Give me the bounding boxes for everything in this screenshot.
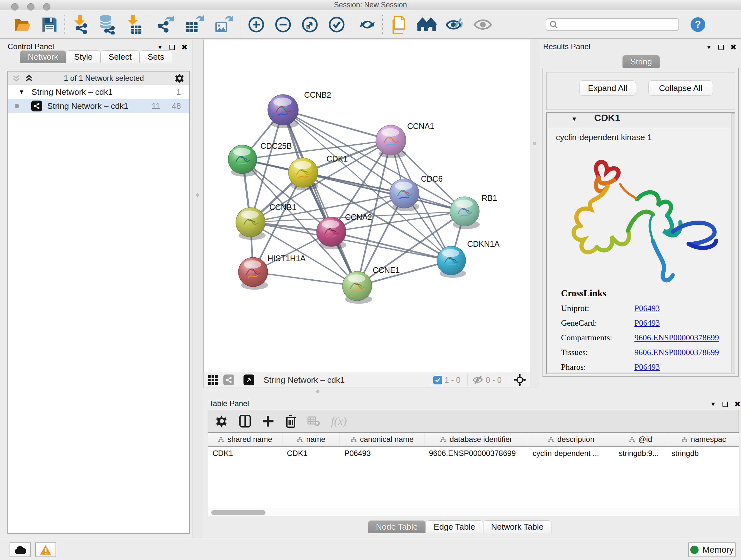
delete-table-icon-disabled xyxy=(307,416,320,427)
tab-style[interactable]: Style xyxy=(66,51,100,63)
network-edge-count: 48 xyxy=(172,101,181,111)
crosslink-uniprot-link[interactable]: P06493 xyxy=(634,304,660,313)
network-canvas[interactable]: CCNB2CCNA1CDC25BCDK1CDC6RB1CCNB1CCNA2CDK… xyxy=(203,40,530,372)
table-panel: Table Panel ▼ ✖ f(x) shared namenamecano… xyxy=(206,396,741,538)
tab-select[interactable]: Select xyxy=(100,51,139,63)
column-header[interactable]: description xyxy=(528,433,614,446)
network-view-toolbar: String Network – cdk1 1 - 0 0 - 0 xyxy=(203,372,530,388)
export-table-icon[interactable] xyxy=(183,13,207,36)
control-panel-close-icon[interactable]: ✖ xyxy=(181,43,188,52)
import-network-file-icon[interactable] xyxy=(70,13,91,36)
warning-status-button[interactable] xyxy=(35,543,56,557)
main-toolbar: ? xyxy=(0,10,741,39)
node-label-cdc6: CDC6 xyxy=(421,174,443,183)
results-panel-float-icon[interactable] xyxy=(718,45,724,50)
results-scrollbar[interactable] xyxy=(731,113,735,373)
column-header[interactable]: canonical name xyxy=(340,433,424,446)
collection-expand-caret-icon[interactable]: ▼ xyxy=(18,88,24,96)
tab-sets[interactable]: Sets xyxy=(139,51,172,63)
import-table-file-icon[interactable] xyxy=(123,13,144,36)
table-panel-close-icon[interactable]: ✖ xyxy=(734,400,741,409)
column-header[interactable]: shared name xyxy=(208,433,282,446)
crosslink-pharos-link[interactable]: P06493 xyxy=(634,362,660,372)
crosslink-genecard-link[interactable]: P06493 xyxy=(634,318,660,328)
help-button[interactable]: ? xyxy=(690,17,705,32)
tab-string[interactable]: String xyxy=(622,55,660,68)
open-session-icon[interactable] xyxy=(12,13,33,36)
protein-structure-image xyxy=(551,145,730,286)
cloud-icon xyxy=(14,546,26,554)
control-panel-menu-icon[interactable]: ▼ xyxy=(157,44,163,51)
network-row[interactable]: String Network – cdk1 11 48 xyxy=(8,99,189,113)
table-row[interactable]: CDK1CDK1P064939606.ENSP00000378699cyclin… xyxy=(208,447,739,460)
right-splitter[interactable] xyxy=(531,40,539,388)
column-header[interactable]: name xyxy=(282,433,340,446)
home-icon[interactable] xyxy=(415,13,438,36)
table-cell: CDK1 xyxy=(208,447,282,460)
delete-column-icon[interactable] xyxy=(285,415,296,428)
left-splitter-grip[interactable] xyxy=(196,193,199,197)
birds-eye-view-icon[interactable] xyxy=(514,374,526,386)
tab-network[interactable]: Network xyxy=(20,51,66,63)
zoom-fit-icon[interactable] xyxy=(299,13,320,36)
zoom-selected-icon[interactable] xyxy=(326,13,347,36)
node-details-caret-icon[interactable]: ▼ xyxy=(571,116,577,123)
network-view-share-icon[interactable] xyxy=(223,374,234,385)
network-graph[interactable]: CCNB2CCNA1CDC25BCDK1CDC6RB1CCNB1CCNA2CDK… xyxy=(204,40,530,371)
collapse-all-icon[interactable] xyxy=(12,74,20,82)
status-bar: Memory xyxy=(0,538,741,560)
search-field[interactable] xyxy=(546,18,679,31)
column-header[interactable]: @id xyxy=(614,433,667,446)
expand-all-icon[interactable] xyxy=(25,74,33,82)
left-splitter[interactable] xyxy=(192,40,203,538)
collapse-all-button[interactable]: Collapse All xyxy=(649,80,713,96)
zoom-out-icon[interactable] xyxy=(273,13,293,36)
import-network-database-icon[interactable] xyxy=(96,13,118,36)
control-panel-float-icon[interactable] xyxy=(170,45,175,50)
network-edge xyxy=(253,272,357,286)
graphics-details-eye-icon[interactable] xyxy=(444,13,466,36)
network-edge xyxy=(283,110,391,140)
export-image-icon[interactable] xyxy=(212,13,236,36)
crosslink-tissues-link[interactable]: 9606.ENSP00000378699 xyxy=(634,348,719,357)
selected-items-checkbox-icon[interactable] xyxy=(433,376,442,384)
show-hide-eye-icon[interactable] xyxy=(472,13,494,36)
table-panel-float-icon[interactable] xyxy=(723,401,728,407)
scrollbar-thumb[interactable] xyxy=(211,510,266,515)
refresh-icon[interactable] xyxy=(357,13,378,36)
documents-icon[interactable] xyxy=(387,13,410,36)
tab-node-table[interactable]: Node Table xyxy=(368,520,426,533)
zoom-in-icon[interactable] xyxy=(246,13,267,36)
hidden-items-eye-icon[interactable] xyxy=(472,375,483,384)
cloud-status-button[interactable] xyxy=(10,543,30,557)
network-collection-row[interactable]: ▼ String Network – cdk1 1 xyxy=(8,85,189,99)
crosslink-compartments-link[interactable]: 9606.ENSP00000378699 xyxy=(634,333,719,343)
table-options-gear-icon[interactable] xyxy=(215,415,228,428)
node-details-content: cyclin-dependent kinase 1 CrossLin xyxy=(548,128,734,373)
node-label-ccnb2: CCNB2 xyxy=(304,90,331,99)
detach-view-icon[interactable] xyxy=(244,374,254,385)
window-title: Session: New Session xyxy=(0,1,741,9)
show-columns-icon[interactable] xyxy=(239,415,251,428)
selected-node-edge-counts: 1 - 0 xyxy=(445,375,461,385)
tab-network-table[interactable]: Network Table xyxy=(483,520,551,533)
results-panel-close-icon[interactable]: ✖ xyxy=(730,43,737,52)
node-table: shared namenamecanonical namedatabase id… xyxy=(208,432,739,509)
right-splitter-grip[interactable] xyxy=(533,142,536,145)
column-header[interactable]: namespac xyxy=(667,433,739,446)
table-panel-menu-icon[interactable]: ▼ xyxy=(710,401,716,408)
horizontal-splitter-grip[interactable] xyxy=(316,390,320,393)
save-session-icon[interactable] xyxy=(39,13,60,36)
grid-view-icon[interactable] xyxy=(207,374,218,385)
memory-button[interactable]: Memory xyxy=(688,543,736,557)
application-window: Session: New Session xyxy=(0,0,741,560)
search-input[interactable] xyxy=(560,20,675,29)
network-options-gear-icon[interactable] xyxy=(175,73,185,83)
table-horizontal-scrollbar[interactable] xyxy=(208,509,739,516)
tab-edge-table[interactable]: Edge Table xyxy=(426,520,483,533)
create-column-icon[interactable] xyxy=(262,415,274,428)
column-header[interactable]: database identifier xyxy=(424,433,528,446)
export-network-icon[interactable] xyxy=(154,13,178,36)
results-panel-menu-icon[interactable]: ▼ xyxy=(706,44,712,51)
expand-all-button[interactable]: Expand All xyxy=(579,80,636,96)
